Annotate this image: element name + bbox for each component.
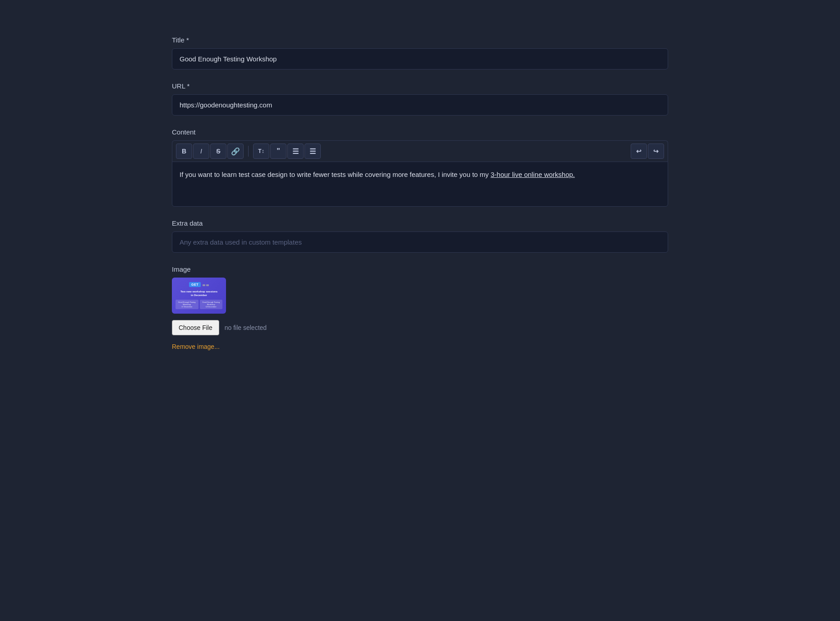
redo-button[interactable]: ↪ (648, 144, 664, 159)
bullet-list-button[interactable]: ☰ (287, 144, 304, 159)
title-field-group: Title * (172, 36, 668, 70)
url-input[interactable] (172, 94, 668, 116)
thumb-title: Two new workshop sessions in December (180, 290, 217, 297)
image-label: Image (172, 265, 668, 273)
thumb-get-badge: GET (189, 282, 201, 287)
bold-button[interactable]: B (176, 144, 192, 159)
thumb-card-2: Good Enough Testing Workshop 13 December (200, 300, 223, 309)
link-button[interactable]: 🔗 (227, 144, 244, 159)
italic-button[interactable]: I (193, 144, 209, 159)
block-group: T↕ " ☰ ☰ (253, 144, 321, 159)
thumb-card-1: Good Enough Testing Workshop 17 December (175, 300, 198, 309)
no-file-text: no file selected (225, 324, 267, 331)
undo-button[interactable]: ↩ (631, 144, 647, 159)
content-field-group: Content B I S 🔗 T↕ " ☰ ☰ ↩ ↪ (172, 128, 668, 207)
title-input[interactable] (172, 48, 668, 70)
content-editor[interactable]: If you want to learn test case design to… (172, 162, 668, 207)
choose-file-button[interactable]: Choose File (172, 320, 219, 335)
toolbar-separator (248, 146, 249, 157)
url-field-group: URL * (172, 82, 668, 116)
file-input-row: Choose File no file selected (172, 320, 668, 335)
url-label: URL * (172, 82, 668, 90)
thumbnail-inner: GET Two new workshop sessions in Decembe… (172, 278, 226, 314)
content-label: Content (172, 128, 668, 136)
heading-button[interactable]: T↕ (253, 144, 269, 159)
ordered-list-button[interactable]: ☰ (305, 144, 321, 159)
image-thumbnail: GET Two new workshop sessions in Decembe… (172, 278, 226, 314)
extra-data-field-group: Extra data (172, 219, 668, 253)
thumb-cards: Good Enough Testing Workshop 17 December… (175, 300, 222, 309)
image-field-group: Image GET Two new workshop sessions in D… (172, 265, 668, 351)
formatting-group: B I S 🔗 (176, 144, 244, 159)
quote-button[interactable]: " (270, 144, 286, 159)
title-label: Title * (172, 36, 668, 44)
remove-image-button[interactable]: Remove image... (172, 343, 220, 350)
editor-toolbar: B I S 🔗 T↕ " ☰ ☰ ↩ ↪ (172, 140, 668, 162)
content-link[interactable]: 3-hour live online workshop. (490, 171, 575, 178)
form-container: Title * URL * Content B I S 🔗 T↕ " ☰ ☰ (149, 18, 691, 381)
extra-data-label: Extra data (172, 219, 668, 227)
history-group: ↩ ↪ (631, 144, 664, 159)
content-text: If you want to learn test case design to… (180, 171, 490, 178)
extra-data-input[interactable] (172, 232, 668, 253)
strikethrough-button[interactable]: S (210, 144, 226, 159)
